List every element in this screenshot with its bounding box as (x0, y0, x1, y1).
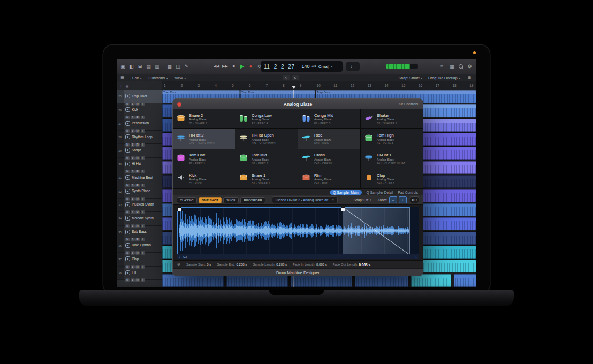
add-track-icon[interactable]: + (120, 84, 123, 88)
region-menu-icon[interactable]: ▦ (119, 74, 126, 81)
quick-help-icon[interactable]: ⊞ (136, 59, 143, 74)
ruler-bar-number[interactable]: 16 (419, 84, 422, 87)
scroll-right-icon[interactable]: › (414, 255, 419, 259)
lcd-caret-icon[interactable]: ▼ (331, 65, 333, 68)
track-header[interactable]: 34Melodic SynthMSRI (117, 212, 162, 225)
lcd-time-signature[interactable]: 4/4 (312, 65, 316, 68)
ruler-bar-number[interactable]: 18 (452, 84, 456, 87)
ruler-bar-number[interactable]: 2 (181, 84, 183, 87)
mode-one-shot[interactable]: ONE SHOT (199, 197, 222, 203)
zoom-horizontal-icon[interactable]: ↔ (389, 196, 397, 203)
ruler-bar-number[interactable]: 4 (215, 84, 217, 87)
zoom-vertical-icon[interactable]: ↕ (399, 196, 407, 203)
sampler-settings-gear-icon[interactable]: ⚙ ▼ (410, 196, 419, 203)
waveform-display[interactable] (177, 207, 419, 254)
region[interactable] (355, 274, 408, 287)
drum-pad-tom-low[interactable]: Tom LowAnalog BlazeF1 - PERC 1 (173, 149, 235, 169)
drum-pad-ride[interactable]: RideAnalog BlazeD#2 - RIDE (298, 129, 360, 148)
pencil-icon[interactable]: ✎ (183, 59, 190, 74)
ruler-bar-number[interactable]: 7 (265, 84, 268, 87)
region[interactable] (162, 274, 224, 287)
track-header[interactable]: 26KickMSRI (117, 103, 162, 117)
track-header[interactable]: 38FillMSRI (117, 267, 162, 280)
stop-icon[interactable]: ■ (230, 59, 237, 74)
midi-input-icon[interactable]: ⊗ (177, 262, 180, 267)
editors-icon[interactable]: ▦ (166, 59, 173, 74)
drum-pad-snare-1[interactable]: Snare 1Analog BlazeD1 - SNARE 1 (235, 169, 298, 188)
drum-pad-tom-high[interactable]: Tom HighAnalog BlazeA1 - PERC 3 (361, 129, 423, 148)
tab-q-sampler-detail[interactable]: Q-Sampler Detail (367, 191, 393, 194)
scroll-left-icon[interactable]: ‹ (177, 255, 182, 259)
bar-ruler[interactable]: + ▤ 12345678910111213141516171819 (117, 81, 476, 90)
ruler-bar-number[interactable]: 13 (368, 84, 371, 87)
left-click-tool[interactable]: ↖ (283, 75, 290, 80)
ruler-bar-number[interactable]: 3 (197, 84, 200, 87)
settings-gear-icon[interactable]: ⚙ (466, 59, 473, 74)
drum-pad-hi-hat-2[interactable]: Hi-Hat 2Analog BlazeG#1 - PEDAL HIHAT (173, 129, 235, 148)
drum-pad-kick[interactable]: KickAnalog BlazeC1 - KICK (173, 169, 235, 188)
track-button-s[interactable]: S (131, 278, 135, 282)
track-button-i[interactable]: I (141, 278, 145, 282)
inspector-icon[interactable]: ◧ (128, 59, 135, 74)
menu-functions[interactable]: Functions▼ (149, 76, 169, 80)
track-header[interactable]: 29SnapsMSRI (117, 144, 162, 157)
track-header[interactable]: 31Machine BeatMSRI (117, 171, 162, 185)
drum-pad-shaker[interactable]: ShakerAnalog BlazeD2 - SHAKER 2 (361, 109, 423, 128)
list-editors-icon[interactable]: ≡ (438, 59, 445, 74)
plugin-titlebar[interactable]: Analog Blaze Kit Controls (173, 99, 423, 110)
track-header[interactable]: 30Hi-HatMSRI (117, 158, 162, 171)
track-header[interactable]: 33Plucked SynthMSRI (117, 199, 162, 212)
drum-pad-conga-low[interactable]: Conga LowAnalog BlazeE2 - PERC 4 (235, 109, 298, 128)
drum-pad-crash[interactable]: CrashAnalog BlazeC#2 - CRASH (298, 149, 360, 169)
track-header[interactable]: 28Rhythm LoopMSRI (117, 131, 162, 144)
fade-out-handle[interactable] (341, 208, 345, 211)
snap-menu[interactable]: Snap: Smart▼ (399, 76, 423, 80)
kit-controls-link[interactable]: Kit Controls (399, 99, 418, 109)
loops-icon[interactable]: ◫ (174, 59, 181, 74)
library-icon[interactable]: ▣ (119, 59, 126, 74)
track-header[interactable]: 27PercussionMSRI (117, 117, 162, 131)
drum-pad-conga-mid[interactable]: Conga MidAnalog BlazeF2 - PERC 5 (298, 109, 360, 128)
playhead-marker[interactable] (292, 86, 296, 89)
track-header[interactable]: 32Synth PianoMSRI (117, 185, 162, 199)
mode-slice[interactable]: SLICE (223, 197, 239, 203)
lcd-position[interactable]: 11 2 2 27 (264, 64, 294, 70)
ruler-bar-number[interactable]: 19 (469, 84, 473, 87)
region[interactable] (411, 274, 451, 287)
ruler-bar-number[interactable]: 6 (249, 84, 251, 87)
drum-pad-clap[interactable]: ClapAnalog BlazeD#1 - CLAP 1 (361, 169, 423, 188)
lcd-tempo[interactable]: 140 (301, 64, 309, 69)
tab-q-sampler-main[interactable]: Q-Sampler Main (330, 190, 361, 195)
ruler-bar-number[interactable]: 11 (333, 84, 337, 87)
tab-pad-controls[interactable]: Pad Controls (398, 191, 418, 194)
ruler-bar-number[interactable]: 12 (351, 84, 354, 87)
rewind-icon[interactable]: ◀◀ (213, 59, 220, 74)
fade-in-handle[interactable] (178, 208, 181, 211)
track-button-r[interactable]: R (135, 278, 140, 282)
forward-icon[interactable]: ▶▶ (222, 59, 229, 74)
ruler-bar-numbers[interactable]: 12345678910111213141516171819 (162, 81, 476, 90)
ruler-bar-number[interactable]: 10 (317, 84, 321, 87)
note-pads-icon[interactable]: ▦ (448, 59, 455, 74)
snap-select[interactable]: Snap: Off▼ (354, 198, 372, 202)
metronome-pill[interactable]: ♩ (346, 62, 360, 71)
mixer-icon[interactable]: ▥ (154, 59, 161, 74)
track-header[interactable]: 37ClapMSRI (117, 253, 162, 266)
drum-pad-tom-mid[interactable]: Tom MidAnalog BlazeG1 - PERC 2 (235, 149, 298, 169)
command-click-tool[interactable]: ✎ (292, 75, 299, 80)
close-button[interactable] (177, 102, 181, 107)
play-button[interactable]: ▶ (239, 59, 246, 74)
drum-pad-rim[interactable]: RimAnalog BlazeC#1 - RIM (298, 169, 360, 188)
track-header[interactable]: 35Sub BassMSRI (117, 226, 162, 239)
region[interactable] (291, 274, 352, 287)
track-header[interactable]: 36Ride CymbalMSRI (117, 239, 162, 253)
lcd-key[interactable]: Cmaj (318, 64, 329, 69)
ruler-bar-number[interactable]: 15 (401, 84, 405, 87)
sample-file-select[interactable]: Closed Hi-Hat 2 - Analog Blaze.aif▼ (272, 196, 338, 203)
mode-recorder[interactable]: RECORDER (240, 197, 265, 203)
ruler-bar-number[interactable]: 1 (164, 84, 166, 87)
search-icon[interactable] (459, 64, 463, 69)
track-zoom-icon[interactable]: ▤ (126, 84, 129, 88)
ruler-bar-number[interactable]: 17 (436, 84, 439, 87)
smart-controls-icon[interactable]: ▤ (145, 59, 152, 74)
